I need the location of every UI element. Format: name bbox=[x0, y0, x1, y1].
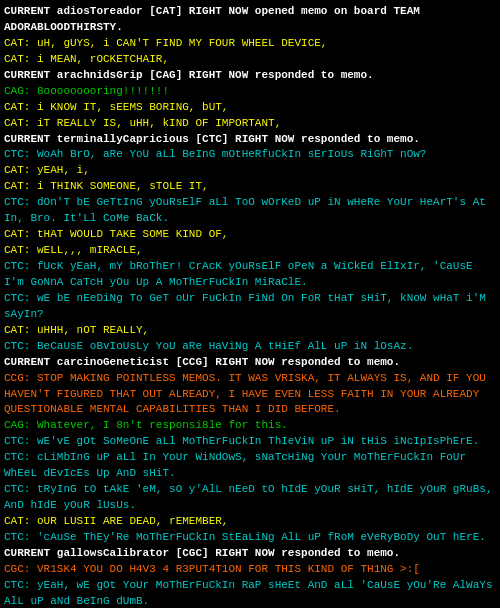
line-21: CAG: Whatever, I 8n't responsi8le for th… bbox=[4, 418, 496, 434]
text-segment: CAG: Whatever, I 8n't responsi8le for th… bbox=[4, 419, 288, 431]
text-segment: CAT: uHHH, nOT REALLY, bbox=[4, 324, 149, 336]
text-segment: CAT: yEAH, i, bbox=[4, 164, 90, 176]
line-28: CGC: VR1SK4 YOU DO H4V3 4 R3PUT4T1ON FOR… bbox=[4, 562, 496, 578]
line-15: CTC: fUcK yEaH, mY bRoThEr! CrAcK yOuRsE… bbox=[4, 259, 496, 291]
line-19: CURRENT carcinoGeneticist [CCG] RIGHT NO… bbox=[4, 355, 496, 371]
text-segment: CTC: dOn'T bE GeTtInG yOuRsElF aLl ToO w… bbox=[4, 196, 493, 224]
line-27: CURRENT gallowsCalibrator [CGC] RIGHT NO… bbox=[4, 546, 496, 562]
line-1: CURRENT adiosToreador [CAT] RIGHT NOW op… bbox=[4, 4, 496, 36]
line-14: CAT: wELL,,, mIRACLE, bbox=[4, 243, 496, 259]
text-segment: CURRENT gallowsCalibrator [CGC] RIGHT NO… bbox=[4, 547, 400, 559]
text-segment: CAT: tHAT WOULD TAKE SOME KIND OF, bbox=[4, 228, 228, 240]
line-17: CAT: uHHH, nOT REALLY, bbox=[4, 323, 496, 339]
text-segment: CAT: i MEAN, rOCKETCHAIR, bbox=[4, 53, 169, 65]
line-23: CTC: cLiMbInG uP aLl In YoUr WiNdOwS, sN… bbox=[4, 450, 496, 482]
text-segment: CTC: WoAh BrO, aRe YoU aLl BeInG mOtHeRf… bbox=[4, 148, 426, 160]
text-segment: CTC: fUcK yEaH, mY bRoThEr! CrAcK yOuRsE… bbox=[4, 260, 479, 288]
line-6: CAT: i KNOW IT, sEEMS BORING, bUT, bbox=[4, 100, 496, 116]
memo-container: CURRENT adiosToreador [CAT] RIGHT NOW op… bbox=[4, 4, 496, 608]
text-segment: CGC: VR1SK4 YOU DO H4V3 4 R3PUT4T1ON FOR… bbox=[4, 563, 420, 575]
text-segment: CURRENT arachnidsGrip [CAG] RIGHT NOW re… bbox=[4, 69, 374, 81]
line-5: CAG: 8ooooooooring!!!!!!! bbox=[4, 84, 496, 100]
line-11: CAT: i THINK SOMEONE, sTOLE IT, bbox=[4, 179, 496, 195]
text-segment: CTC: 'cAuSe ThEy'Re MoThErFuCkIn StEaLiN… bbox=[4, 531, 486, 543]
line-24: CTC: tRyInG tO tAkE 'eM, sO y'AlL nEeD t… bbox=[4, 482, 496, 514]
line-16: CTC: wE bE nEeDiNg To GeT oUr FuCkIn FiN… bbox=[4, 291, 496, 323]
line-7: CAT: iT REALLY IS, uHH, kIND OF IMPORTAN… bbox=[4, 116, 496, 132]
line-8: CURRENT terminallyCapricious [CTC] RIGHT… bbox=[4, 132, 496, 148]
text-segment: CAT: oUR LUSII ARE DEAD, rEMEMBER, bbox=[4, 515, 228, 527]
line-10: CAT: yEAH, i, bbox=[4, 163, 496, 179]
line-25: CAT: oUR LUSII ARE DEAD, rEMEMBER, bbox=[4, 514, 496, 530]
text-segment: CURRENT adiosToreador [CAT] RIGHT NOW op… bbox=[4, 5, 426, 33]
text-segment: CURRENT carcinoGeneticist [CCG] RIGHT NO… bbox=[4, 356, 400, 368]
text-segment: CCG: STOP MAKING POINTLESS MEMOS. IT WAS… bbox=[4, 372, 493, 416]
text-segment: CAT: i KNOW IT, sEEMS BORING, bUT, bbox=[4, 101, 228, 113]
line-20: CCG: STOP MAKING POINTLESS MEMOS. IT WAS… bbox=[4, 371, 496, 419]
line-12: CTC: dOn'T bE GeTtInG yOuRsElF aLl ToO w… bbox=[4, 195, 496, 227]
text-segment: CTC: tRyInG tO tAkE 'eM, sO y'AlL nEeD t… bbox=[4, 483, 499, 511]
line-29: CTC: yEaH, wE gOt YoUr MoThErFuCkIn RaP … bbox=[4, 578, 496, 608]
line-2: CAT: uH, gUYS, i CAN'T FIND MY FOUR WHEE… bbox=[4, 36, 496, 52]
text-segment: CTC: cLiMbInG uP aLl In YoUr WiNdOwS, sN… bbox=[4, 451, 473, 479]
text-segment: CAG: 8ooooooooring!!!!!!! bbox=[4, 85, 169, 97]
text-segment: CAT: iT REALLY IS, uHH, kIND OF IMPORTAN… bbox=[4, 117, 281, 129]
line-13: CAT: tHAT WOULD TAKE SOME KIND OF, bbox=[4, 227, 496, 243]
line-4: CURRENT arachnidsGrip [CAG] RIGHT NOW re… bbox=[4, 68, 496, 84]
line-9: CTC: WoAh BrO, aRe YoU aLl BeInG mOtHeRf… bbox=[4, 147, 496, 163]
text-segment: CURRENT terminallyCapricious [CTC] RIGHT… bbox=[4, 133, 420, 145]
line-22: CTC: wE'vE gOt SoMeOnE aLl MoThErFuCkIn … bbox=[4, 434, 496, 450]
text-segment: CTC: wE'vE gOt SoMeOnE aLl MoThErFuCkIn … bbox=[4, 435, 479, 447]
text-segment: CTC: BeCaUsE oBvIoUsLy YoU aRe HaViNg A … bbox=[4, 340, 413, 352]
line-3: CAT: i MEAN, rOCKETCHAIR, bbox=[4, 52, 496, 68]
text-segment: CAT: uH, gUYS, i CAN'T FIND MY FOUR WHEE… bbox=[4, 37, 327, 49]
text-segment: CAT: i THINK SOMEONE, sTOLE IT, bbox=[4, 180, 209, 192]
text-segment: CTC: yEaH, wE gOt YoUr MoThErFuCkIn RaP … bbox=[4, 579, 499, 607]
text-segment: CTC: wE bE nEeDiNg To GeT oUr FuCkIn FiN… bbox=[4, 292, 493, 320]
line-18: CTC: BeCaUsE oBvIoUsLy YoU aRe HaViNg A … bbox=[4, 339, 496, 355]
text-segment: CAT: wELL,,, mIRACLE, bbox=[4, 244, 143, 256]
line-26: CTC: 'cAuSe ThEy'Re MoThErFuCkIn StEaLiN… bbox=[4, 530, 496, 546]
